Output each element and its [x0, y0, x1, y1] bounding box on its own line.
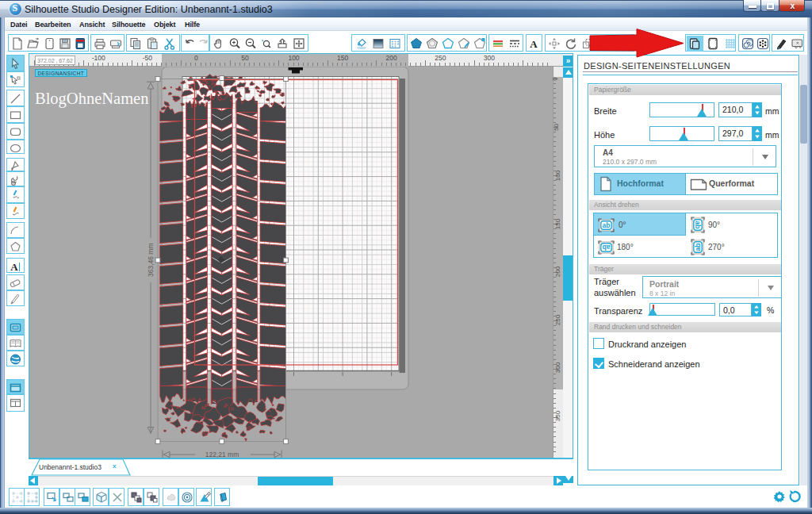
svg-text:122,21 mm: 122,21 mm [205, 451, 239, 458]
svg-text:ab: ab [603, 244, 611, 251]
svg-text:ab: ab [694, 244, 702, 251]
svg-text:Unbenannt-1.studio3: Unbenannt-1.studio3 [39, 463, 102, 471]
svg-text:ab: ab [694, 221, 702, 229]
svg-text:A: A [530, 38, 538, 50]
svg-text:ab: ab [603, 221, 611, 229]
svg-text:BlogOhneNamen: BlogOhneNamen [35, 90, 148, 108]
svg-text:363,46 mm: 363,46 mm [147, 243, 155, 277]
svg-text:A: A [10, 261, 18, 272]
svg-text:x: x [113, 462, 117, 470]
